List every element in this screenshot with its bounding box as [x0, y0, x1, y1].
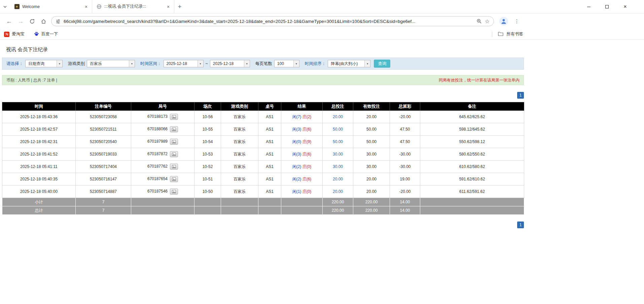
cell-table: AS1	[258, 148, 281, 161]
cell-time: 2025-12-18 05:43:36	[2, 111, 76, 123]
address-bar[interactable]: ☆	[51, 16, 494, 26]
address-input[interactable]	[64, 19, 473, 24]
tab-betrecord[interactable]: :::视讯 会员下注纪录::: ×	[92, 0, 174, 13]
column-header: 注单编号	[76, 102, 131, 111]
tab-welcome[interactable]: ◆ Welcome ×	[10, 0, 92, 13]
total-bet-link[interactable]: 20.00	[333, 114, 343, 119]
cell-table: AS1	[258, 123, 281, 136]
baidu-paw-favicon	[34, 31, 39, 37]
browser-menu-icon[interactable]: ⋮	[513, 18, 520, 24]
sort-select[interactable]: 降幕(由大到小) ▼	[328, 60, 370, 67]
column-header: 局号	[131, 102, 194, 111]
column-header: 游戏类别	[221, 102, 258, 111]
search-button[interactable]: 查询	[374, 60, 390, 68]
round-number: 670187989	[147, 139, 168, 144]
cell-game: 百家乐	[221, 185, 258, 198]
welcome-favicon: ◆	[14, 4, 20, 9]
cell-bet-id: 523050723058	[76, 111, 131, 123]
cell-payout: -20.00	[390, 185, 420, 198]
round-image-icon[interactable]	[170, 176, 178, 182]
cell-round: 670188173	[131, 111, 194, 123]
close-window-icon[interactable]: ×	[622, 3, 629, 10]
date-start-select[interactable]: 2025-12-18 ▼	[164, 60, 204, 67]
game-type-select[interactable]: 百家乐 ▼	[87, 60, 135, 67]
column-header: 结果	[281, 102, 323, 111]
cell-time: 2025-12-18 05:41:52	[2, 148, 76, 161]
column-header: 桌号	[258, 102, 281, 111]
cell-result: 闲(2) 庄(0)	[281, 161, 323, 173]
all-bookmarks-label: 所有书签	[506, 31, 523, 37]
round-image-icon[interactable]	[170, 189, 178, 195]
cell-result: 闲(2) 庄(6)	[281, 173, 323, 185]
cell-round: 670187872	[131, 148, 194, 161]
date-end-select[interactable]: 2025-12-18 ▼	[210, 60, 250, 67]
cell-time: 2025-12-18 05:40:35	[2, 173, 76, 185]
back-icon[interactable]: ←	[3, 15, 15, 27]
round-image-icon[interactable]	[170, 139, 178, 145]
cell-valid-bet: 20.00	[353, 185, 390, 198]
total-bet-link[interactable]: 50.00	[333, 139, 343, 144]
zoom-icon[interactable]	[476, 19, 482, 24]
maximize-icon[interactable]	[604, 3, 610, 10]
per-page-select[interactable]: 100 ▼	[274, 60, 299, 67]
divider	[492, 32, 492, 37]
round-number: 670188066	[147, 127, 168, 131]
round-number: 670187654	[147, 176, 168, 181]
result-banker: 庄(0)	[302, 189, 312, 194]
cell-total-bet: 20.00	[323, 111, 353, 123]
cell-result: 闲(0) 庄(9)	[281, 136, 323, 148]
all-bookmarks[interactable]: 所有书签	[492, 31, 523, 37]
cell-time: 2025-12-18 05:41:11	[2, 161, 76, 173]
query-mode-select[interactable]: 日期查询 ▼	[25, 60, 63, 67]
forward-icon[interactable]: →	[15, 15, 26, 27]
cell-time: 2025-12-18 05:40:00	[2, 185, 76, 198]
home-icon[interactable]	[38, 15, 49, 27]
cell-bet-id: 523050720540	[76, 136, 131, 148]
cell-session: 10-54	[194, 136, 221, 148]
total-row: 总计 7 220.00 220.00 14.00	[2, 206, 524, 215]
cell-session: 10-52	[194, 161, 221, 173]
round-image-icon[interactable]	[170, 114, 178, 120]
tab-search-chevron-icon[interactable]	[0, 0, 10, 13]
round-image-icon[interactable]	[170, 151, 178, 157]
bookmark-aitaobao[interactable]: 淘 爱淘宝	[4, 31, 25, 37]
total-bet-link[interactable]: 30.00	[333, 164, 343, 169]
cell-session: 10-56	[194, 111, 221, 123]
cell-valid-bet: 30.00	[353, 161, 390, 173]
game-type-label: 游戏类别	[68, 61, 85, 67]
cell-game: 百家乐	[221, 111, 258, 123]
chevron-down-icon: ▼	[198, 60, 203, 67]
total-bet-link[interactable]: 30.00	[333, 152, 343, 157]
total-payout: 14.00	[390, 206, 420, 215]
total-bet-link[interactable]: 50.00	[333, 127, 343, 132]
total-bet-link[interactable]: 20.00	[333, 189, 343, 194]
total-total-bet: 220.00	[323, 206, 353, 215]
profile-avatar-icon[interactable]	[499, 17, 508, 26]
round-image-icon[interactable]	[170, 126, 178, 132]
page-button-1[interactable]: 1	[517, 222, 524, 228]
cell-round: 670187654	[131, 173, 194, 185]
cell-session: 10-51	[194, 173, 221, 185]
round-image-icon[interactable]	[170, 164, 178, 170]
bookmark-label: 爱淘宝	[12, 31, 25, 37]
bookmark-baidu[interactable]: 百度一下	[34, 31, 58, 37]
table-row: 2025-12-18 05:42:31523050720540670187989…	[2, 136, 524, 148]
reload-icon[interactable]	[26, 15, 38, 27]
table-row: 2025-12-18 05:41:11523050717404670187762…	[2, 161, 524, 173]
new-tab-button[interactable]: +	[174, 0, 185, 13]
cell-note: 550.62/598.12	[420, 136, 524, 148]
cell-valid-bet: 20.00	[353, 173, 390, 185]
site-settings-icon[interactable]	[56, 19, 61, 24]
total-bet-link[interactable]: 20.00	[333, 177, 343, 181]
bookmark-star-icon[interactable]: ☆	[485, 18, 490, 25]
tab-close-icon[interactable]: ×	[165, 4, 171, 10]
minimize-icon[interactable]	[585, 3, 592, 10]
result-player: 闲(1)	[292, 189, 301, 194]
table-row: 2025-12-18 05:40:35523050716147670187654…	[2, 173, 524, 185]
tab-close-icon[interactable]: ×	[83, 4, 89, 10]
round-number: 670187546	[147, 189, 168, 194]
page-button-1[interactable]: 1	[517, 92, 524, 99]
per-page-label: 每页笔数	[255, 61, 272, 67]
cell-session: 10-53	[194, 148, 221, 161]
pager-bottom: 1	[2, 222, 524, 228]
